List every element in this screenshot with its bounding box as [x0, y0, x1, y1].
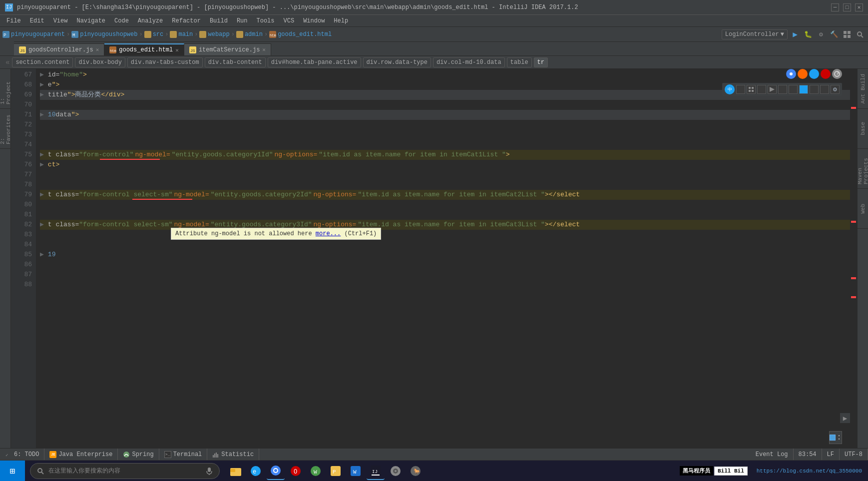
- bc-section-content[interactable]: section.content: [12, 57, 73, 67]
- search-everywhere-button[interactable]: [855, 29, 866, 40]
- translate-btn1[interactable]: [736, 85, 745, 94]
- run-config-dropdown[interactable]: LoginController ▼: [722, 29, 788, 39]
- svg-text:html: html: [110, 49, 116, 53]
- translate-btn7[interactable]: [799, 85, 808, 94]
- reload-icon[interactable]: [832, 69, 842, 79]
- window-title: pinyougouparent - [E:\shanghai34\pinyoug…: [17, 4, 578, 11]
- menu-edit[interactable]: Edit: [26, 16, 48, 25]
- code-line-73: [40, 130, 850, 140]
- status-terminal[interactable]: >_ Terminal: [159, 449, 208, 460]
- translate-btn2[interactable]: [747, 85, 756, 94]
- right-tab-base[interactable]: base: [858, 109, 868, 149]
- taskbar-edge[interactable]: e: [247, 462, 265, 480]
- chrome-icon[interactable]: [786, 69, 796, 79]
- menu-navigate[interactable]: Navigate: [72, 16, 109, 25]
- right-tab-web[interactable]: Web: [858, 189, 868, 229]
- tab-itemcatservice[interactable]: JS itemCatService.js ✕: [184, 43, 271, 55]
- close-button[interactable]: ✕: [855, 3, 863, 11]
- status-java-enterprise[interactable]: JE Java Enterprise: [44, 449, 118, 460]
- code-lines[interactable]: ▶ id="home"> ▶ e"> ▶ title">商品分类</div> ▶…: [36, 69, 850, 448]
- scroll-right-button[interactable]: ▶: [840, 413, 850, 423]
- taskbar-chrome[interactable]: [267, 462, 285, 480]
- right-tab-ant[interactable]: Ant Build: [858, 69, 868, 109]
- translate-btn6[interactable]: [789, 85, 798, 94]
- status-encoding[interactable]: UTF-8: [840, 449, 868, 460]
- tab-close-itemcatservice[interactable]: ✕: [262, 46, 266, 53]
- translate-btn3[interactable]: [757, 85, 766, 94]
- status-lf[interactable]: LF: [822, 449, 840, 460]
- tooltip-more-link[interactable]: more...: [316, 230, 341, 237]
- menu-code[interactable]: Code: [110, 16, 133, 25]
- tab-close-goodscontroller[interactable]: ✕: [96, 46, 99, 53]
- firefox-icon[interactable]: [798, 69, 808, 79]
- code-line-78: [40, 180, 850, 190]
- bc-div-row-data-type[interactable]: div.row.data-type: [363, 57, 431, 67]
- status-spring[interactable]: Spring: [118, 449, 159, 460]
- menu-refactor[interactable]: Refactor: [168, 16, 205, 25]
- bc-div-box-body[interactable]: div.box-body: [75, 57, 125, 67]
- right-tabs: Ant Build base Maven Projects Web: [857, 69, 868, 448]
- svg-point-50: [274, 469, 277, 472]
- menu-analyze[interactable]: Analyze: [134, 16, 167, 25]
- translate-icon[interactable]: 中: [725, 84, 735, 94]
- maximize-button[interactable]: □: [843, 3, 851, 11]
- left-tab-favorites[interactable]: 2: Favorites: [0, 109, 10, 149]
- window-controls[interactable]: ─ □ ✕: [831, 3, 863, 11]
- taskbar-file-explorer[interactable]: [227, 462, 245, 480]
- grid-button[interactable]: [842, 29, 853, 40]
- terminal-icon: >_: [164, 451, 171, 458]
- taskbar-intellij[interactable]: IJ: [367, 462, 385, 480]
- bc-div-home[interactable]: div#home.tab-pane.active: [268, 57, 361, 67]
- line-num-79: 79: [11, 190, 32, 200]
- code-line-81: [40, 210, 850, 220]
- encoding-label: UTF-8: [845, 451, 863, 458]
- tab-close-goods-edit[interactable]: ✕: [175, 47, 179, 53]
- bc-div-tab-content[interactable]: div.tab-content: [205, 57, 266, 67]
- taskbar-camera[interactable]: [387, 462, 405, 480]
- bc-div-col-md-10[interactable]: div.col-md-10.data: [433, 57, 505, 67]
- ie-icon[interactable]: [809, 69, 819, 79]
- taskbar-avatar-app[interactable]: 🐎: [407, 462, 425, 480]
- menu-build[interactable]: Build: [206, 16, 232, 25]
- taskbar-app-green[interactable]: W: [307, 462, 325, 480]
- menu-help[interactable]: Help: [330, 16, 352, 25]
- menu-tools[interactable]: Tools: [253, 16, 279, 25]
- editor-left-icons: [0, 41, 14, 55]
- more-run-button[interactable]: ⚙: [816, 29, 827, 40]
- opera-icon[interactable]: [821, 69, 831, 79]
- translate-btn8[interactable]: [810, 85, 819, 94]
- tab-goodscontroller[interactable]: JS goodsController.js ✕: [14, 43, 104, 55]
- bc-div-nav-tabs[interactable]: div.nav-tabs-custom: [127, 57, 203, 67]
- translate-btn5[interactable]: [778, 85, 787, 94]
- left-tab-project[interactable]: 1: Project: [0, 69, 10, 109]
- bc-table[interactable]: table: [507, 57, 532, 67]
- menu-bar: File Edit View Navigate Code Analyze Ref…: [0, 15, 868, 27]
- run-button[interactable]: ▶: [790, 29, 801, 40]
- build-button[interactable]: 🔨: [829, 29, 840, 40]
- line-num-80: 80: [11, 200, 32, 210]
- breadcrumb-back[interactable]: «: [4, 58, 11, 66]
- translate-btn10[interactable]: ⚙: [831, 85, 840, 94]
- translate-btn4[interactable]: [768, 85, 777, 94]
- taskbar-app-red[interactable]: O: [287, 462, 305, 480]
- minimize-button[interactable]: ─: [831, 3, 839, 11]
- line-numbers: 67 68 69 70 71 72 73 74 75 76 77 78 79 8…: [11, 69, 36, 448]
- menu-window[interactable]: Window: [299, 16, 329, 25]
- menu-view[interactable]: View: [49, 16, 72, 25]
- menu-vcs[interactable]: VCS: [280, 16, 299, 25]
- tab-label-goodscontroller: goodsController.js: [28, 46, 93, 53]
- start-button[interactable]: ⊞: [0, 461, 25, 481]
- status-todo[interactable]: ✓ 6: TODO: [0, 449, 44, 460]
- menu-run[interactable]: Run: [233, 16, 252, 25]
- tab-goods-edit[interactable]: html goods_edit.html ✕: [104, 43, 184, 55]
- taskbar-app-yellow[interactable]: P: [327, 462, 345, 480]
- translate-btn9[interactable]: [820, 85, 829, 94]
- taskbar-search-box[interactable]: 在这里输入你要搜索的内容: [30, 463, 220, 479]
- right-tab-maven[interactable]: Maven Projects: [858, 149, 868, 189]
- status-statistic[interactable]: Statistic: [207, 449, 259, 460]
- taskbar-app-blue[interactable]: W: [347, 462, 365, 480]
- menu-file[interactable]: File: [2, 16, 25, 25]
- status-event-log[interactable]: Event Log: [751, 449, 794, 460]
- bc-tr[interactable]: tr: [534, 57, 548, 67]
- debug-button[interactable]: 🐛: [803, 29, 814, 40]
